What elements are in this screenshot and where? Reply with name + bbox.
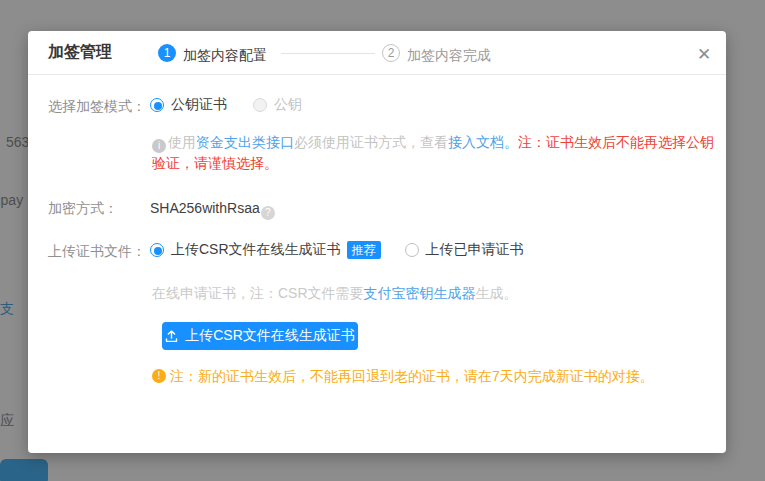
key-generator-link[interactable]: 支付宝密钥生成器 (364, 285, 476, 301)
hint-prefix: 在线申请证书，注：CSR文件需要 (152, 285, 364, 301)
hint-suffix: 生成。 (476, 285, 518, 301)
background-view-link-fragment: 查看支 (0, 300, 14, 318)
upload-icon (165, 330, 178, 343)
help-icon[interactable]: ? (261, 206, 275, 220)
warning-text: 注：新的证书生效后，不能再回退到老的证书，请在7天内完成新证书的对接。 (170, 366, 654, 386)
step-1-number: 1 (164, 46, 171, 60)
background-alipay-fragment: Alipay (0, 192, 23, 208)
note-prefix: 使用 (168, 134, 196, 150)
encrypt-method-value: SHA256withRsaa? (150, 200, 277, 220)
csr-hint: 在线申请证书，注：CSR文件需要支付宝密钥生成器生成。 (152, 285, 518, 303)
radio-unselected-icon (405, 243, 419, 257)
radio-public-key-cert[interactable]: 公钥证书 (150, 96, 227, 114)
upload-csr-button[interactable]: 上传CSR文件在线生成证书 (162, 322, 358, 350)
encrypt-method-text: SHA256withRsaa (150, 200, 260, 216)
radio-public-key-label: 公钥 (274, 96, 302, 114)
funds-api-link[interactable]: 资金支出类接口 (196, 134, 294, 150)
sign-mode-radio-group: 公钥证书 公钥 (150, 96, 302, 114)
radio-upload-existing[interactable]: 上传已申请证书 (405, 241, 524, 259)
upload-cert-radio-group: 上传CSR文件在线生成证书 推荐 上传已申请证书 (150, 241, 524, 259)
step-2-label: 加签内容完成 (407, 47, 491, 65)
recommended-badge: 推荐 (347, 241, 381, 259)
encrypt-method-label: 加密方式： (48, 200, 118, 218)
dialog-header: 加签管理 1 加签内容配置 2 加签内容完成 ✕ (28, 31, 726, 75)
background-test-app-fragment: 测试应 (0, 412, 14, 430)
warning-icon: ! (152, 369, 166, 383)
note-period: 。 (504, 134, 518, 150)
certificate-info-note: i使用资金支出类接口必须使用证书方式，查看接入文档。注：证书生效后不能再选择公钥… (152, 132, 718, 174)
step-2-indicator: 2 (382, 44, 400, 62)
access-doc-link[interactable]: 接入文档 (448, 134, 504, 150)
close-icon[interactable]: ✕ (692, 43, 716, 67)
background-appid-fragment: 563 (6, 134, 29, 150)
background-bottom-button (0, 459, 48, 481)
radio-public-key-cert-label: 公钥证书 (171, 96, 227, 114)
upload-cert-label: 上传证书文件： (48, 243, 146, 261)
radio-selected-icon (150, 98, 164, 112)
radio-upload-existing-label: 上传已申请证书 (426, 241, 524, 259)
radio-upload-csr-label: 上传CSR文件在线生成证书 (171, 241, 341, 259)
sign-mode-label: 选择加签模式： (48, 98, 146, 116)
upload-csr-button-label: 上传CSR文件在线生成证书 (185, 327, 355, 345)
step-2-number: 2 (388, 46, 395, 60)
radio-upload-csr[interactable]: 上传CSR文件在线生成证书 推荐 (150, 241, 381, 259)
note-middle: 必须使用证书方式，查看 (294, 134, 448, 150)
new-cert-warning: ! 注：新的证书生效后，不能再回退到老的证书，请在7天内完成新证书的对接。 (152, 366, 712, 386)
dialog-title: 加签管理 (48, 42, 112, 63)
radio-disabled-icon (253, 98, 267, 112)
sign-management-dialog: 加签管理 1 加签内容配置 2 加签内容完成 ✕ 选择加签模式： 公钥证书 公钥… (28, 31, 726, 453)
radio-public-key: 公钥 (253, 96, 302, 114)
info-icon: i (152, 139, 166, 153)
step-1-label: 加签内容配置 (183, 47, 267, 65)
step-connector-line (281, 53, 375, 54)
radio-selected-icon (150, 243, 164, 257)
step-1-indicator: 1 (158, 44, 176, 62)
